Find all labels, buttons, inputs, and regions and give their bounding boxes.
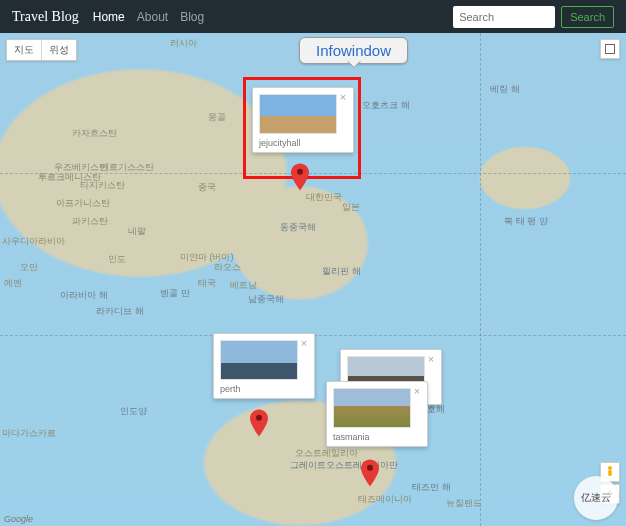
close-icon[interactable]: ×: [338, 92, 348, 102]
tasmania-marker[interactable]: [361, 459, 379, 487]
infowindow-jeju[interactable]: × jejucityhall: [252, 87, 354, 153]
map-label: 오호츠크 해: [362, 99, 410, 112]
brand: Travel Blog: [12, 9, 79, 25]
jeju-marker[interactable]: [291, 163, 309, 191]
map-label: 벵골 만: [160, 287, 190, 300]
infowindow-tasmania[interactable]: × tasmania: [326, 381, 428, 447]
map-label: 사우디아라비아: [2, 235, 65, 248]
map-label: 중국: [198, 181, 216, 194]
map-canvas[interactable]: 러시아카자흐스탄몽골중국우즈베키스탄투르크메니스탄키르기스스탄타지키스탄아프가니…: [0, 33, 626, 526]
maptype-satellite[interactable]: 위성: [42, 40, 76, 60]
fullscreen-icon[interactable]: [600, 39, 620, 59]
map-label: 라오스: [214, 261, 241, 274]
thumb-perth: [220, 340, 298, 380]
map-label: 태즈메이니아: [358, 493, 412, 506]
map-label: 동중국해: [280, 221, 316, 234]
map-label: 대한민국: [306, 191, 342, 204]
map-label: 카자흐스탄: [72, 127, 117, 140]
nav-home[interactable]: Home: [93, 10, 125, 24]
close-icon[interactable]: ×: [412, 386, 422, 396]
map-label: 타지키스탄: [80, 179, 125, 192]
infowindow-title: perth: [220, 384, 241, 394]
map-label: 북 태 평 양: [504, 215, 548, 228]
perth-marker[interactable]: [250, 409, 268, 437]
map-label: 태국: [198, 277, 216, 290]
map-label: 라카디브 해: [96, 305, 144, 318]
map-label: 베링 해: [490, 83, 520, 96]
nav-about[interactable]: About: [137, 10, 168, 24]
map-label: 베트남: [230, 279, 257, 292]
map-label: 인도양: [120, 405, 147, 418]
infowindow-title: tasmania: [333, 432, 370, 442]
map-label: 그레이트오스트레일리아만: [290, 459, 398, 472]
search-input[interactable]: [453, 6, 555, 28]
svg-point-1: [256, 415, 262, 421]
svg-rect-4: [608, 470, 612, 476]
map-label: 남중국해: [248, 293, 284, 306]
map-label: 러시아: [170, 37, 197, 50]
svg-point-2: [367, 465, 373, 471]
nav-blog[interactable]: Blog: [180, 10, 204, 24]
map-label: 네팔: [128, 225, 146, 238]
close-icon[interactable]: ×: [426, 354, 436, 364]
navbar: Travel Blog Home About Blog Search: [0, 0, 626, 33]
map-label: 예멘: [4, 277, 22, 290]
map-type-control: 지도 위성: [6, 39, 77, 61]
thumb-jeju: [259, 94, 337, 134]
map-label: 뉴질랜드: [446, 497, 482, 510]
svg-point-3: [608, 466, 612, 470]
map-label: 필리핀 해: [322, 265, 361, 278]
map-attribution: Google: [4, 514, 33, 524]
map-label: 미얀마 (버마): [180, 251, 234, 264]
thumb-tasmania: [333, 388, 411, 428]
svg-point-0: [297, 169, 303, 175]
infowindow-title: jejucityhall: [259, 138, 301, 148]
map-label: 마다가스카르: [2, 427, 56, 440]
map-label: 오만: [20, 261, 38, 274]
close-icon[interactable]: ×: [299, 338, 309, 348]
infowindow-callout: Infowindow: [299, 37, 408, 64]
watermark: 亿速云: [574, 476, 618, 520]
infowindow-perth[interactable]: × perth: [213, 333, 315, 399]
map-label: 아라비아 해: [60, 289, 108, 302]
map-label: 아프가니스탄: [56, 197, 110, 210]
map-label: 일본: [342, 201, 360, 214]
map-label: 인도: [108, 253, 126, 266]
maptype-map[interactable]: 지도: [7, 40, 42, 60]
map-label: 오스트레일리아: [295, 447, 358, 460]
search-button[interactable]: Search: [561, 6, 614, 28]
map-label: 태즈먼 해: [412, 481, 451, 494]
map-label: 몽골: [208, 111, 226, 124]
map-label: 파키스탄: [72, 215, 108, 228]
